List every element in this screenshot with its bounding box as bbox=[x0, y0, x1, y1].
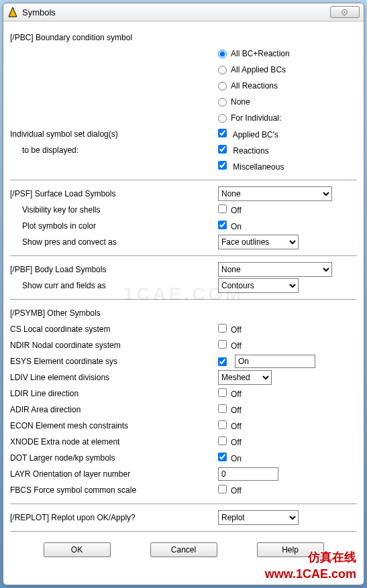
ldir-check[interactable]: Off bbox=[218, 388, 242, 399]
divider bbox=[10, 255, 357, 256]
dot-label: DOT Larger node/kp symbols bbox=[10, 453, 218, 463]
xnode-check[interactable]: Off bbox=[218, 436, 242, 447]
cancel-button[interactable]: Cancel bbox=[150, 542, 217, 557]
pbf-select[interactable]: None bbox=[218, 262, 332, 277]
button-bar: OK Cancel Help bbox=[10, 533, 357, 564]
replot-select[interactable]: Replot bbox=[218, 510, 299, 525]
titlebar: Symbols ⮾ bbox=[3, 3, 364, 21]
ldir-check-input[interactable] bbox=[218, 388, 227, 397]
svg-marker-0 bbox=[9, 7, 17, 17]
layr-label: LAYR Orientation of layer number bbox=[10, 469, 218, 479]
check-reactions[interactable]: Reactions bbox=[218, 145, 269, 156]
cs-check-input[interactable] bbox=[218, 324, 227, 333]
fbcs-label: FBCS Force symbol common scale bbox=[10, 485, 218, 495]
cs-label: CS Local coordinate system bbox=[10, 325, 218, 334]
psymb-section: [/PSYMB] Other Symbols CS Local coordina… bbox=[10, 301, 357, 502]
dot-check-input[interactable] bbox=[218, 453, 227, 461]
divider bbox=[10, 504, 357, 504]
xnode-check-input[interactable] bbox=[218, 436, 227, 445]
radio-for-individual[interactable]: For Individual: bbox=[10, 110, 357, 126]
econ-check[interactable]: Off bbox=[218, 420, 242, 431]
replot-label: [/REPLOT] Replot upon OK/Apply? bbox=[10, 513, 218, 522]
radio-for-individual-input[interactable] bbox=[218, 114, 227, 123]
adir-label: ADIR Area direction bbox=[10, 405, 218, 414]
radio-none[interactable]: None bbox=[10, 94, 357, 110]
pbc-header: [/PBC] Boundary condition symbol bbox=[10, 33, 218, 42]
pbf-curr-label: Show curr and fields as bbox=[10, 281, 218, 290]
check-miscellaneous[interactable]: Miscellaneous bbox=[218, 161, 284, 172]
ldiv-label: LDIV Line element divisions bbox=[10, 373, 218, 382]
ldir-label: LDIR Line direction bbox=[10, 389, 218, 398]
econ-check-input[interactable] bbox=[218, 420, 227, 429]
radio-all-reactions[interactable]: All Reactions bbox=[10, 78, 357, 94]
radio-none-input[interactable] bbox=[218, 98, 227, 107]
pbf-curr-select[interactable]: Contours bbox=[218, 278, 299, 293]
econ-label: ECON Element mesh constraints bbox=[10, 421, 218, 430]
psf-vis-check[interactable]: Off bbox=[218, 204, 242, 215]
check-reactions-input[interactable] bbox=[218, 145, 227, 154]
psf-col-check[interactable]: On bbox=[218, 221, 242, 231]
divider bbox=[10, 299, 357, 300]
help-button[interactable]: Help bbox=[257, 542, 324, 557]
ndir-check-input[interactable] bbox=[218, 340, 227, 349]
fbcs-check[interactable]: Off bbox=[218, 485, 242, 495]
xnode-label: XNODE Extra node at element bbox=[10, 437, 218, 447]
radio-all-applied-input[interactable] bbox=[218, 66, 227, 74]
psf-select[interactable]: None bbox=[218, 186, 332, 201]
check-applied-bcs[interactable]: Applied BC's bbox=[218, 129, 278, 139]
dot-check[interactable]: On bbox=[218, 453, 242, 463]
check-miscellaneous-input[interactable] bbox=[218, 161, 227, 170]
divider bbox=[10, 180, 357, 180]
dialog-window: Symbols ⮾ [/PBC] Boundary condition symb… bbox=[3, 3, 364, 585]
check-applied-bcs-input[interactable] bbox=[218, 129, 227, 137]
radio-all-reactions-input[interactable] bbox=[218, 82, 227, 91]
psf-vis-label: Visibility key for shells bbox=[10, 205, 218, 215]
radio-all-bc-reaction[interactable]: All BC+Reaction bbox=[10, 46, 357, 62]
radio-all-applied[interactable]: All Applied BCs bbox=[10, 62, 357, 78]
individual-label-1: Individual symbol set dialog(s) bbox=[10, 129, 218, 139]
ldiv-select[interactable]: Meshed bbox=[218, 370, 272, 385]
psf-pres-label: Show pres and convect as bbox=[10, 237, 218, 247]
ok-button[interactable]: OK bbox=[44, 542, 111, 557]
psf-col-check-input[interactable] bbox=[218, 221, 227, 229]
pbc-section: [/PBC] Boundary condition symbol All BC+… bbox=[10, 25, 357, 178]
app-icon bbox=[7, 7, 18, 17]
psf-pres-select[interactable]: Face outlines bbox=[218, 235, 299, 249]
close-button[interactable]: ⮾ bbox=[330, 6, 360, 18]
dialog-content: [/PBC] Boundary condition symbol All BC+… bbox=[3, 21, 364, 585]
individual-label-2: to be displayed: bbox=[10, 145, 218, 155]
fbcs-check-input[interactable] bbox=[218, 485, 227, 493]
radio-all-bc-reaction-input[interactable] bbox=[218, 50, 227, 58]
adir-check[interactable]: Off bbox=[218, 404, 242, 415]
layr-input[interactable] bbox=[218, 467, 278, 481]
pbf-header: [/PBF] Body Load Symbols bbox=[10, 265, 218, 274]
window-title: Symbols bbox=[22, 7, 330, 17]
adir-check-input[interactable] bbox=[218, 404, 227, 413]
esys-label: ESYS Element coordinate sys bbox=[10, 357, 218, 366]
ndir-check[interactable]: Off bbox=[218, 340, 242, 351]
esys-text-input[interactable] bbox=[235, 355, 315, 368]
divider bbox=[10, 531, 357, 532]
replot-section: [/REPLOT] Replot upon OK/Apply? Replot bbox=[10, 506, 357, 530]
pbf-section: [/PBF] Body Load Symbols None Show curr … bbox=[10, 257, 357, 298]
psf-header: [/PSF] Surface Load Symbols bbox=[10, 189, 218, 198]
ndir-label: NDIR Nodal coordinate system bbox=[10, 341, 218, 350]
cs-check[interactable]: Off bbox=[218, 324, 242, 335]
psf-vis-check-input[interactable] bbox=[218, 204, 227, 213]
esys-check-input[interactable] bbox=[218, 357, 227, 366]
psf-section: [/PSF] Surface Load Symbols None Visibil… bbox=[10, 182, 357, 254]
psymb-header: [/PSYMB] Other Symbols bbox=[10, 308, 218, 318]
psf-col-label: Plot symbols in color bbox=[10, 221, 218, 231]
